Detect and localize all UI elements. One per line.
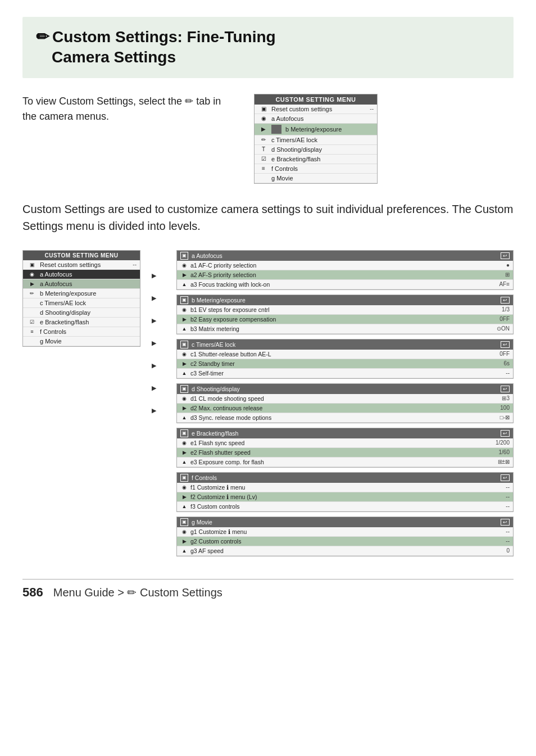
sub-panel-d-val3: □-⊠	[500, 414, 510, 420]
sub-panel-e-row2: ▶ e2 Flash shutter speed 1/60	[177, 448, 513, 458]
large-menu-label-reset: Reset custom settings	[40, 261, 130, 268]
sub-panel-a-val3: AF≡	[499, 281, 510, 287]
large-menu-label-e: e Bracketing/flash	[40, 319, 137, 325]
sub-panel-f-label3: f3 Custom controls	[190, 503, 501, 510]
page-footer: 586 Menu Guide > ✏ Custom Settings	[22, 579, 514, 600]
small-menu-label-5: e Bracketing/flash	[271, 156, 374, 162]
arrow-5: ▶	[152, 356, 165, 376]
sub-panel-a-row2: ▶ a2 AF-S priority selection ⊞	[177, 270, 513, 280]
sub-panel-b-icon3: ▲	[180, 326, 188, 332]
sub-panel-c-label1: c1 Shutter-release button AE-L	[190, 351, 495, 357]
sub-panel-c-icon: ▣	[180, 341, 188, 348]
sub-panel-f-label: f Controls	[192, 474, 217, 481]
small-menu-icon-6: ≡	[258, 165, 269, 171]
arrow-1: ▶	[152, 266, 165, 286]
sub-panel-f-icon1: ◉	[180, 485, 188, 490]
sub-panel-b-row2: ▶ b2 Easy exposure compensation 0FF	[177, 315, 513, 324]
description-text: Custom Settings are used to customize ca…	[22, 201, 514, 234]
sub-panel-f-val1: --	[506, 484, 510, 490]
sub-panel-d-icon2: ▶	[180, 405, 188, 411]
sub-panel-d-label1: d1 CL mode shooting speed	[190, 395, 497, 402]
sub-panel-c-row2: ▶ c2 Standby timer 6s	[177, 359, 513, 369]
small-menu-label-7: g Movie	[271, 175, 374, 182]
sub-panel-g-row1: ◉ g1 Customize ℹ menu --	[177, 527, 513, 537]
sub-panel-d-back: ↩	[501, 386, 510, 392]
sub-panel-e-icon: ▣	[180, 429, 188, 437]
sub-panel-e-icon1: ◉	[180, 440, 188, 446]
sub-panel-g-label3: g3 AF speed	[190, 547, 502, 554]
sub-panel-e-val3: ⊞±⊠	[498, 459, 510, 465]
sub-panel-b-label: b Metering/exposure	[192, 297, 246, 304]
small-menu-icon-4: T	[258, 146, 269, 152]
sub-panel-f-back: ↩	[501, 474, 510, 481]
sub-panel-d-icon: ▣	[180, 385, 188, 393]
sub-panel-c-val3: --	[506, 370, 510, 376]
sub-panel-d-label: d Shooting/display	[192, 386, 240, 392]
large-menu-row-d: d Shooting/display	[23, 308, 140, 318]
sub-panel-c-back: ↩	[501, 341, 510, 348]
sub-panel-f-row1: ◉ f1 Customize ℹ menu --	[177, 483, 513, 492]
sub-panel-e-val1: 1/200	[496, 440, 510, 446]
small-menu-icon-5: ☑	[258, 156, 269, 162]
sub-panel-e-label1: e1 Flash sync speed	[190, 440, 491, 446]
large-menu-panel: CUSTOM SETTING MENU ▣ Reset custom setti…	[22, 250, 140, 347]
sub-panel-e-header: ▣ e Bracketing/flash ↩	[177, 428, 513, 438]
sub-panel-d-icon1: ◉	[180, 396, 188, 401]
sub-panel-g-header: ▣ g Movie ↩	[177, 517, 513, 527]
large-menu-row-f: ≡ f Controls	[23, 327, 140, 337]
large-menu-icon-a-sel: ◉	[26, 271, 38, 277]
arrow-3: ▶	[152, 311, 165, 331]
sub-panel-b: ▣ b Metering/exposure ↩ ◉ b1 EV steps fo…	[176, 295, 514, 334]
small-menu-icon-0: ▣	[258, 106, 269, 112]
small-menu-label-3: c Timers/AE lock	[271, 137, 374, 143]
sub-panel-a-row1: ◉ a1 AF-C priority selection ●	[177, 261, 513, 270]
sub-panel-e-row1: ◉ e1 Flash sync speed 1/200	[177, 438, 513, 448]
small-menu-row-a: ◉ a Autofocus	[255, 114, 377, 124]
sub-panel-g-icon2: ▶	[180, 538, 188, 544]
sub-panel-a-label3: a3 Focus tracking with lock-on	[190, 281, 494, 288]
sub-panel-c-icon1: ◉	[180, 351, 188, 357]
large-menu-row-g: g Movie	[23, 337, 140, 346]
small-menu-icon-1: ◉	[258, 115, 269, 121]
sub-panel-a-icon: ▣	[180, 252, 188, 260]
sub-panel-e-back: ↩	[501, 430, 510, 437]
large-menu-icon-e: ☑	[26, 319, 38, 325]
sub-panel-g-label2: g2 Custom controls	[190, 538, 501, 545]
large-menu-row-a-highlight: ▶ a Autofocus	[23, 279, 140, 289]
small-menu-mockup: CUSTOM SETTING MENU ▣ Reset custom setti…	[254, 94, 378, 184]
large-menu-row-e: ☑ e Bracketing/flash	[23, 318, 140, 327]
sub-panel-a-icon3: ▲	[180, 282, 188, 287]
footer-pencil-icon: ✏	[127, 586, 137, 599]
sub-panel-g-icon1: ◉	[180, 529, 188, 535]
large-menu-row-a-selected: ◉ a Autofocus	[23, 270, 140, 279]
sub-panel-g-row2: ▶ g2 Custom controls --	[177, 537, 513, 546]
arrow-6: ▶	[152, 378, 165, 399]
sub-panel-b-row1: ◉ b1 EV steps for exposure cntrl 1/3	[177, 305, 513, 315]
diagram-section: CUSTOM SETTING MENU ▣ Reset custom setti…	[22, 250, 514, 556]
pencil-icon: ✏	[36, 28, 49, 46]
footer-page-number: 586	[22, 585, 43, 600]
sub-panel-c-header: ▣ c Timers/AE lock ↩	[177, 339, 513, 350]
sub-panel-b-back: ↩	[501, 297, 510, 304]
large-menu-row-b: ✏ b Metering/exposure	[23, 289, 140, 298]
sub-panel-f-header: ▣ f Controls ↩	[177, 473, 513, 483]
sub-panel-e-val2: 1/60	[499, 449, 510, 455]
sub-panel-a-row3: ▲ a3 Focus tracking with lock-on AF≡	[177, 280, 513, 289]
sub-panel-f-val3: --	[506, 503, 510, 509]
sub-panel-a-val2: ⊞	[505, 271, 510, 278]
large-menu-row-reset: ▣ Reset custom settings --	[23, 260, 140, 270]
sub-panel-d-row2: ▶ d2 Max. continuous release 100	[177, 404, 513, 413]
large-menu-header: CUSTOM SETTING MENU	[23, 251, 140, 260]
large-menu-label-g: g Movie	[40, 338, 137, 345]
sub-panel-f-row3: ▲ f3 Custom controls --	[177, 502, 513, 511]
small-menu-row-c: ✏ c Timers/AE lock	[255, 135, 377, 145]
right-panels: ▣ a Autofocus ↩ ◉ a1 AF-C priority selec…	[176, 250, 514, 556]
intro-pencil-icon: ✏	[185, 96, 196, 107]
sub-panel-g: ▣ g Movie ↩ ◉ g1 Customize ℹ menu -- ▶ g…	[176, 517, 514, 556]
large-menu-label-c: c Timers/AE lock	[40, 300, 137, 306]
large-menu-row-c: c Timers/AE lock	[23, 298, 140, 308]
sub-panel-b-icon2: ▶	[180, 316, 188, 322]
sub-panel-a-label2: a2 AF-S priority selection	[190, 271, 501, 278]
small-menu-icon-2: ▶	[258, 126, 269, 132]
sub-panel-c-row1: ◉ c1 Shutter-release button AE-L 0FF	[177, 350, 513, 359]
